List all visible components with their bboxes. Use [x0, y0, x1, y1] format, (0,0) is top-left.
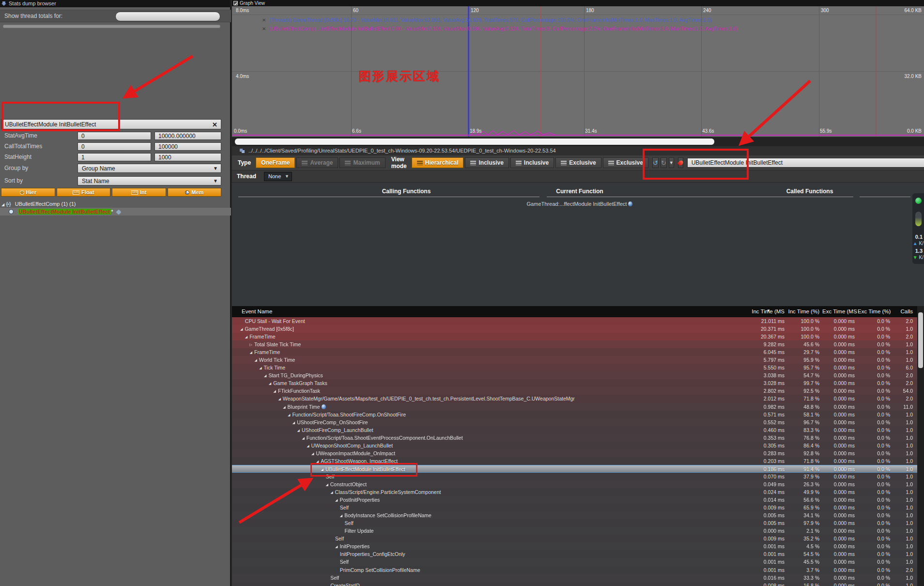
- table-row[interactable]: Self0.009 ms35.2 %0.000 ms0.0 %1.0: [232, 535, 924, 542]
- view-mode-button-hierarchical[interactable]: Hierarchical: [412, 157, 464, 168]
- expand-arrow-icon[interactable]: ◢: [302, 436, 304, 440]
- view-mode-button-inclusive[interactable]: Inclusive: [510, 157, 554, 168]
- expand-arrow-icon[interactable]: ◢: [330, 491, 333, 494]
- type-button-oneframe[interactable]: OneFrame: [256, 157, 295, 168]
- table-row[interactable]: ◢AGSTShootWeapon. ImpactEffect0.203 ms71…: [232, 457, 924, 465]
- table-row[interactable]: Self0.016 ms33.3 %0.000 ms0.0 %1.0: [232, 574, 924, 582]
- filter-max-input[interactable]: 100000: [154, 142, 221, 151]
- legend-close-icon[interactable]: ✕: [262, 26, 266, 31]
- expand-arrow-icon[interactable]: ◢: [254, 358, 257, 362]
- expand-arrow-icon[interactable]: ◢: [259, 366, 262, 370]
- table-row[interactable]: ◢FTickFunctionTask2.802 ms92.5 %0.000 ms…: [232, 387, 924, 395]
- table-row[interactable]: ▷Total Slate Tick Time9.282 ms45.6 %0.00…: [232, 340, 924, 348]
- filter-min-input[interactable]: 0: [77, 132, 151, 140]
- expand-arrow-icon[interactable]: ◢: [311, 452, 314, 455]
- table-row[interactable]: ◢Class/Script/Engine.ParticleSystemCompo…: [232, 488, 924, 496]
- table-row[interactable]: ◢PostInitProperties0.014 ms56.6 %0.000 m…: [232, 496, 924, 504]
- expand-arrow-icon[interactable]: ◢: [335, 498, 338, 502]
- table-row[interactable]: ◢Blueprint Time0.982 ms48.8 %0.000 ms0.0…: [232, 403, 924, 411]
- col-event-name[interactable]: Event Name: [232, 306, 744, 317]
- undo-button[interactable]: ↺: [652, 157, 659, 168]
- col-exc-time-ms[interactable]: Exc Time (MS: [822, 306, 858, 317]
- table-row[interactable]: ◢World Tick Time5.797 ms95.9 %0.000 ms0.…: [232, 356, 924, 364]
- expand-arrow-icon[interactable]: ◢: [283, 405, 285, 409]
- expand-arrow-icon[interactable]: ◢: [340, 514, 342, 517]
- table-row[interactable]: ◢ConstructObject0.049 ms26.3 %0.000 ms0.…: [232, 480, 924, 488]
- col-inc-time-ms[interactable]: Inc Time (MS: [744, 306, 787, 317]
- table-row[interactable]: ◢Game TaskGraph Tasks3.028 ms99.7 %0.000…: [232, 379, 924, 387]
- table-row[interactable]: CreateStatID0.008 ms16.8 %0.000 ms0.0 %1…: [232, 582, 924, 586]
- vscrollbar-thumb[interactable]: [918, 312, 923, 368]
- col-calls[interactable]: Calls: [893, 306, 916, 317]
- table-row[interactable]: ◢UBulletEffectModule InitBulletEffect0.1…: [232, 465, 924, 473]
- table-row[interactable]: ◢UWeaponImpactModule_OnImpact0.283 ms92.…: [232, 449, 924, 457]
- table-row[interactable]: Self0.005 ms97.9 %0.000 ms0.0 %1.0: [232, 519, 924, 527]
- history-dropdown-button[interactable]: ▼: [669, 157, 674, 168]
- table-row[interactable]: ◢UShootFireComp_LaunchBullet0.460 ms83.3…: [232, 426, 924, 434]
- table-vscrollbar[interactable]: [917, 306, 924, 586]
- expand-arrow-icon[interactable]: ◢: [307, 444, 309, 447]
- expand-arrow-icon[interactable]: ◢: [250, 351, 252, 354]
- table-row[interactable]: ◢InitProperties0.001 ms4.5 %0.000 ms0.0 …: [232, 542, 924, 550]
- expand-arrow-icon[interactable]: ◢: [335, 545, 338, 548]
- filter-min-input[interactable]: 1: [77, 153, 151, 161]
- stat-type-button-hier[interactable]: Hier: [1, 188, 55, 197]
- expand-arrow-icon[interactable]: ◢: [274, 389, 276, 393]
- expand-arrow-icon[interactable]: ◢: [1, 202, 4, 207]
- table-row[interactable]: ◢FrameTime6.045 ms29.7 %0.000 ms0.0 %1.0: [232, 348, 924, 356]
- view-mode-button-inclusive[interactable]: Inclusive: [465, 157, 508, 168]
- view-mode-button-exclusive[interactable]: Exclusive: [603, 157, 648, 168]
- view-mode-button-exclusive[interactable]: Exclusive: [555, 157, 601, 168]
- event-search-input[interactable]: UBulletEffectModule InitBulletEffect ✕: [687, 158, 924, 168]
- redo-button[interactable]: ↻: [661, 157, 667, 168]
- thread-dropdown[interactable]: None ▼: [264, 172, 292, 181]
- tree-item-stat[interactable]: UBulletEffectModule InitBulletEffect*: [0, 208, 231, 216]
- stat-type-button-float[interactable]: 123Float: [57, 188, 111, 197]
- table-row[interactable]: Self0.070 ms37.9 %0.000 ms0.0 %1.0: [232, 473, 924, 480]
- table-row[interactable]: ◢FrameTime20.367 ms100.0 %0.000 ms0.0 %2…: [232, 333, 924, 340]
- expand-arrow-icon[interactable]: ◢: [316, 460, 319, 463]
- sort-by-dropdown[interactable]: Stat Name ▼: [77, 176, 221, 185]
- expand-arrow-icon[interactable]: ◢: [321, 468, 323, 471]
- filter-max-input[interactable]: 1000: [154, 153, 221, 161]
- progress-strip[interactable]: [3, 25, 220, 28]
- events-table-header[interactable]: Event Name Inc Time (MS Inc Time (%) Exc…: [232, 306, 924, 317]
- graph-plot[interactable]: 8.0ms 4.0ms 0.0ms 64.0 KB 32.0 KB 0.0 KB…: [232, 6, 924, 137]
- expand-arrow-icon[interactable]: ◢: [240, 327, 243, 331]
- table-row[interactable]: ◢Function/Script/Toaa.ShootFireComp.OnSh…: [232, 411, 924, 418]
- table-row[interactable]: InitProperties_ConfigEtcOnly0.001 ms54.5…: [232, 550, 924, 558]
- legend-close-icon[interactable]: ✕: [262, 17, 266, 23]
- table-row[interactable]: ◢Function/Script/Toaa.ShootEventProcessC…: [232, 434, 924, 442]
- expand-arrow-icon[interactable]: ◢: [325, 483, 328, 486]
- tree-item-group[interactable]: ◢ {▪} UBulletEffectComp (1) (1): [0, 200, 231, 208]
- table-row[interactable]: ◢WeaponStateMgr/Game/Assets/Maps/test_ch…: [232, 395, 924, 402]
- table-row[interactable]: CPU Stall - Wait For Event21.011 ms100.0…: [232, 317, 924, 325]
- hot-path-button[interactable]: [678, 157, 683, 168]
- clear-search-icon[interactable]: ✕: [212, 120, 217, 129]
- col-exc-time-pct[interactable]: Exc Time (%): [858, 306, 893, 317]
- stat-type-button-int[interactable]: 123Int: [112, 188, 166, 197]
- group-by-dropdown[interactable]: Group Name ▼: [77, 164, 221, 173]
- table-row[interactable]: ◢BodyInstance SetCollisionProfileName0.0…: [232, 511, 924, 519]
- table-row[interactable]: ◢Start TG_DuringPhysics3.038 ms54.7 %0.0…: [232, 371, 924, 379]
- table-row[interactable]: Filter Update0.000 ms2.1 %0.000 ms0.0 %1…: [232, 527, 924, 535]
- hscrollbar-thumb[interactable]: [235, 139, 714, 145]
- table-row[interactable]: ◢Tick Time5.550 ms95.7 %0.000 ms0.0 %6.0: [232, 364, 924, 371]
- expand-arrow-icon[interactable]: ◢: [245, 335, 247, 339]
- expand-arrow-icon[interactable]: ◢: [269, 382, 271, 385]
- expand-arrow-icon[interactable]: ◢: [293, 421, 295, 424]
- expand-arrow-icon[interactable]: ◢: [278, 397, 280, 401]
- expand-arrow-icon[interactable]: ◢: [288, 413, 290, 416]
- thread-totals-input[interactable]: [115, 12, 220, 21]
- table-row[interactable]: PrimComp SetCollisionProfileName0.001 ms…: [232, 566, 924, 574]
- table-row[interactable]: Self0.001 ms45.5 %0.000 ms0.0 %1.0: [232, 558, 924, 566]
- expand-arrow-icon[interactable]: ◢: [264, 374, 266, 377]
- filter-max-input[interactable]: 10000.000000: [154, 132, 221, 140]
- filter-min-input[interactable]: 0: [77, 142, 151, 151]
- graph-hscrollbar[interactable]: [232, 137, 924, 146]
- col-inc-time-pct[interactable]: Inc Time (%): [787, 306, 822, 317]
- stats-search-input[interactable]: UBulletEffectModule InitBulletEffect ✕: [1, 119, 221, 129]
- expand-arrow-icon[interactable]: ◢: [297, 429, 300, 432]
- table-row[interactable]: Self0.009 ms65.9 %0.000 ms0.0 %1.0: [232, 504, 924, 511]
- current-function-item[interactable]: GameThread:...ffectModule InitBulletEffe…: [434, 201, 725, 207]
